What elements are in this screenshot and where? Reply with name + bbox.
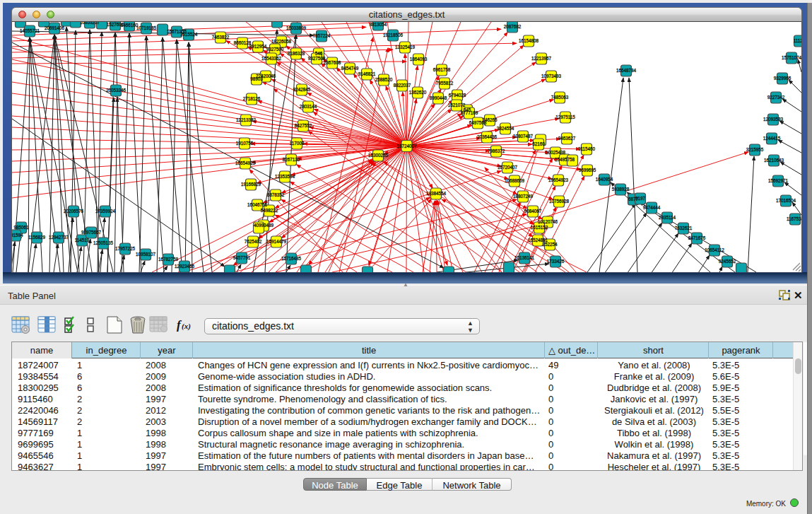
svg-text:2718126: 2718126 — [243, 96, 261, 101]
svg-text:15692971: 15692971 — [768, 178, 789, 183]
svg-text:15720407: 15720407 — [498, 165, 518, 170]
svg-text:10654112: 10654112 — [705, 247, 724, 252]
svg-text:12213382: 12213382 — [236, 117, 257, 122]
svg-text:10958107: 10958107 — [136, 252, 156, 257]
svg-text:10688609: 10688609 — [505, 178, 525, 183]
svg-text:10973493: 10973493 — [541, 74, 562, 78]
svg-text:9699695: 9699695 — [579, 168, 596, 173]
svg-text:6961758: 6961758 — [433, 67, 451, 72]
svg-text:10756928: 10756928 — [549, 199, 570, 204]
svg-text:20691406: 20691406 — [45, 25, 65, 30]
svg-text:985061: 985061 — [13, 225, 29, 230]
svg-text:15716485: 15716485 — [281, 256, 302, 261]
svg-text:1621072: 1621072 — [448, 103, 466, 107]
svg-text:16654925: 16654925 — [235, 160, 256, 165]
svg-text:2935114: 2935114 — [659, 215, 676, 220]
svg-text:9329966: 9329966 — [774, 76, 792, 81]
svg-text:9084067: 9084067 — [524, 209, 542, 214]
svg-text:15751074: 15751074 — [782, 55, 801, 60]
svg-text:117008: 117008 — [290, 141, 305, 146]
svg-text:2803144: 2803144 — [300, 104, 317, 109]
svg-text:1362620: 1362620 — [409, 90, 427, 95]
svg-text:1864093: 1864093 — [410, 57, 428, 62]
svg-text:9474444: 9474444 — [643, 205, 661, 210]
svg-text:2588520: 2588520 — [375, 77, 393, 82]
svg-text:18226058: 18226058 — [271, 39, 292, 44]
svg-text:114519: 114519 — [75, 238, 90, 243]
svg-text:1615152: 1615152 — [531, 225, 548, 230]
svg-text:1910755: 1910755 — [236, 141, 254, 146]
svg-text:9115460: 9115460 — [578, 146, 596, 151]
svg-text:16046766: 16046766 — [247, 202, 268, 207]
svg-text:7955812: 7955812 — [436, 81, 454, 86]
svg-text:8427552: 8427552 — [295, 123, 312, 128]
svg-text:1156829: 1156829 — [28, 235, 46, 240]
svg-text:8454749: 8454749 — [341, 66, 359, 71]
svg-text:5498222: 5498222 — [261, 208, 278, 213]
svg-text:746266: 746266 — [482, 117, 498, 122]
svg-text:8186328: 8186328 — [288, 51, 305, 56]
svg-text:8813054: 8813054 — [370, 22, 387, 27]
svg-text:15495758: 15495758 — [555, 157, 575, 162]
svg-text:7463822: 7463822 — [212, 35, 230, 40]
svg-text:12942737: 12942737 — [49, 235, 69, 240]
svg-text:7625402: 7625402 — [245, 239, 262, 244]
svg-text:8990448: 8990448 — [430, 95, 447, 100]
svg-text:16154808: 16154808 — [519, 38, 539, 43]
svg-text:15136141: 15136141 — [514, 255, 535, 260]
svg-text:8471676: 8471676 — [688, 235, 706, 240]
svg-text:10653267: 10653267 — [80, 22, 100, 25]
svg-text:14055721: 14055721 — [20, 28, 40, 33]
svg-text:12093583: 12093583 — [763, 117, 784, 122]
svg-text:6794028: 6794028 — [449, 93, 466, 98]
svg-text:9777169: 9777169 — [461, 110, 478, 115]
svg-text:9457791: 9457791 — [233, 255, 251, 260]
svg-text:12353594: 12353594 — [275, 174, 295, 179]
svg-text:1167534: 1167534 — [787, 216, 801, 221]
svg-text:19218506: 19218506 — [383, 33, 404, 37]
svg-text:12975115: 12975115 — [555, 115, 575, 119]
svg-text:9327500: 9327500 — [266, 47, 284, 52]
svg-text:7857224: 7857224 — [313, 33, 331, 38]
svg-text:19654923: 19654923 — [548, 177, 569, 182]
svg-text:7515524: 7515524 — [180, 32, 198, 37]
svg-text:7986372: 7986372 — [488, 148, 505, 153]
svg-text:8912954: 8912954 — [249, 44, 267, 49]
svg-text:16210643: 16210643 — [764, 158, 784, 163]
svg-text:17016504: 17016504 — [776, 198, 796, 203]
svg-text:17957225: 17957225 — [115, 246, 136, 251]
svg-text:1733426: 1733426 — [547, 259, 565, 264]
svg-text:18724007: 18724007 — [396, 144, 417, 148]
svg-text:18807249: 18807249 — [513, 194, 534, 199]
svg-text:20206576: 20206576 — [64, 209, 84, 214]
svg-text:3215955: 3215955 — [746, 147, 764, 152]
svg-text:17359924: 17359924 — [95, 209, 116, 214]
svg-text:19166829: 19166829 — [241, 182, 261, 187]
svg-text:10719185: 10719185 — [136, 25, 157, 30]
svg-text:13325419: 13325419 — [395, 45, 416, 49]
svg-text:16914479: 16914479 — [266, 239, 287, 244]
svg-text:8267130: 8267130 — [283, 157, 300, 162]
svg-text:20053346: 20053346 — [106, 88, 126, 93]
svg-text:1640954: 1640954 — [596, 177, 613, 182]
svg-text:1244415: 1244415 — [763, 136, 781, 141]
svg-text:20364436: 20364436 — [477, 134, 498, 139]
svg-text:11123: 11123 — [794, 38, 801, 43]
svg-text:98903: 98903 — [250, 76, 263, 81]
svg-text:546: 546 — [315, 51, 323, 56]
svg-text:7632621: 7632621 — [675, 226, 693, 230]
svg-text:3824554: 3824554 — [497, 126, 514, 131]
svg-text:62160: 62160 — [532, 141, 545, 146]
svg-text:10807487: 10807487 — [513, 134, 534, 139]
svg-text:10120746: 10120746 — [538, 219, 558, 224]
svg-text:2367608: 2367608 — [324, 60, 341, 65]
svg-text:(x): (x) — [182, 322, 191, 331]
svg-text:93975667: 93975667 — [81, 230, 102, 235]
svg-text:40993489: 40993489 — [254, 223, 274, 228]
svg-text:7485063: 7485063 — [551, 95, 569, 100]
svg-text:9146821: 9146821 — [358, 71, 376, 76]
svg-text:18300295: 18300295 — [368, 153, 389, 158]
svg-text:8878352: 8878352 — [267, 192, 285, 197]
svg-text:16782759: 16782759 — [158, 257, 179, 262]
svg-text:12505135: 12505135 — [93, 240, 114, 245]
